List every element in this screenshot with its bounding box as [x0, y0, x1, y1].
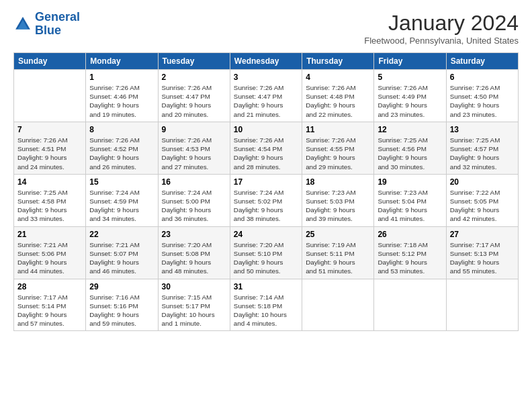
date-number: 14 [17, 177, 82, 187]
date-number: 11 [306, 125, 370, 134]
cell-info: Sunrise: 7:26 AM Sunset: 4:46 PM Dayligh… [89, 83, 154, 119]
cell-info: Sunrise: 7:26 AM Sunset: 4:47 PM Dayligh… [234, 83, 298, 119]
calendar-table: SundayMondayTuesdayWednesdayThursdayFrid… [13, 52, 519, 331]
cell-info: Sunrise: 7:18 AM Sunset: 5:12 PM Dayligh… [378, 240, 442, 276]
cell-info: Sunrise: 7:26 AM Sunset: 4:47 PM Dayligh… [162, 83, 226, 119]
cell-info: Sunrise: 7:26 AM Sunset: 4:51 PM Dayligh… [17, 136, 82, 171]
date-number: 30 [162, 282, 226, 291]
calendar-cell: 10Sunrise: 7:26 AM Sunset: 4:54 PM Dayli… [230, 122, 302, 174]
date-number: 5 [378, 73, 442, 82]
calendar-cell: 5Sunrise: 7:26 AM Sunset: 4:49 PM Daylig… [374, 70, 446, 122]
calendar-cell: 11Sunrise: 7:26 AM Sunset: 4:55 PM Dayli… [302, 122, 374, 174]
date-number: 31 [234, 282, 298, 291]
calendar-cell: 21Sunrise: 7:21 AM Sunset: 5:06 PM Dayli… [14, 226, 86, 279]
cell-info: Sunrise: 7:21 AM Sunset: 5:07 PM Dayligh… [89, 240, 154, 276]
cell-info: Sunrise: 7:14 AM Sunset: 5:18 PM Dayligh… [234, 293, 298, 328]
calendar-cell: 28Sunrise: 7:17 AM Sunset: 5:14 PM Dayli… [14, 279, 86, 331]
day-header-row: SundayMondayTuesdayWednesdayThursdayFrid… [14, 53, 519, 70]
date-number: 29 [89, 282, 154, 291]
date-number: 13 [450, 125, 515, 134]
calendar-cell: 18Sunrise: 7:23 AM Sunset: 5:03 PM Dayli… [302, 174, 374, 226]
calendar-cell: 25Sunrise: 7:19 AM Sunset: 5:11 PM Dayli… [302, 226, 374, 279]
cell-info: Sunrise: 7:23 AM Sunset: 5:03 PM Dayligh… [306, 188, 370, 224]
date-number: 20 [450, 177, 515, 187]
date-number: 18 [306, 177, 370, 187]
day-header-friday: Friday [374, 53, 446, 70]
date-number: 27 [450, 230, 515, 239]
week-row-2: 7Sunrise: 7:26 AM Sunset: 4:51 PM Daylig… [14, 122, 519, 174]
calendar-cell: 6Sunrise: 7:26 AM Sunset: 4:50 PM Daylig… [446, 70, 518, 122]
cell-info: Sunrise: 7:24 AM Sunset: 4:59 PM Dayligh… [89, 188, 154, 224]
logo: General Blue [13, 11, 80, 38]
date-number: 24 [234, 230, 298, 239]
date-number: 28 [17, 282, 82, 291]
header: General Blue January 2024 Fleetwood, Pen… [13, 11, 519, 46]
cell-info: Sunrise: 7:26 AM Sunset: 4:49 PM Dayligh… [378, 83, 442, 119]
day-header-saturday: Saturday [446, 53, 518, 70]
date-number: 2 [162, 73, 226, 82]
cell-info: Sunrise: 7:16 AM Sunset: 5:16 PM Dayligh… [89, 293, 154, 328]
cell-info: Sunrise: 7:25 AM Sunset: 4:57 PM Dayligh… [450, 136, 515, 171]
cell-info: Sunrise: 7:25 AM Sunset: 4:56 PM Dayligh… [378, 136, 442, 171]
calendar-cell: 1Sunrise: 7:26 AM Sunset: 4:46 PM Daylig… [86, 70, 158, 122]
calendar-cell: 16Sunrise: 7:24 AM Sunset: 5:00 PM Dayli… [158, 174, 230, 226]
calendar-cell [446, 279, 518, 331]
cell-info: Sunrise: 7:15 AM Sunset: 5:17 PM Dayligh… [162, 293, 226, 328]
calendar-subtitle: Fleetwood, Pennsylvania, United States [364, 36, 519, 46]
date-number: 8 [89, 125, 154, 134]
logo-icon [13, 15, 32, 34]
calendar-cell: 8Sunrise: 7:26 AM Sunset: 4:52 PM Daylig… [86, 122, 158, 174]
date-number: 7 [17, 125, 82, 134]
cell-info: Sunrise: 7:24 AM Sunset: 5:00 PM Dayligh… [162, 188, 226, 224]
calendar-cell: 20Sunrise: 7:22 AM Sunset: 5:05 PM Dayli… [446, 174, 518, 226]
cell-info: Sunrise: 7:26 AM Sunset: 4:54 PM Dayligh… [234, 136, 298, 171]
week-row-1: 1Sunrise: 7:26 AM Sunset: 4:46 PM Daylig… [14, 70, 519, 122]
calendar-page: General Blue January 2024 Fleetwood, Pen… [0, 0, 532, 411]
calendar-title: January 2024 [364, 11, 519, 36]
cell-info: Sunrise: 7:23 AM Sunset: 5:04 PM Dayligh… [378, 188, 442, 224]
cell-info: Sunrise: 7:22 AM Sunset: 5:05 PM Dayligh… [450, 188, 515, 224]
date-number: 12 [378, 125, 442, 134]
calendar-cell: 3Sunrise: 7:26 AM Sunset: 4:47 PM Daylig… [230, 70, 302, 122]
calendar-cell [14, 70, 86, 122]
calendar-cell: 13Sunrise: 7:25 AM Sunset: 4:57 PM Dayli… [446, 122, 518, 174]
calendar-cell: 24Sunrise: 7:20 AM Sunset: 5:10 PM Dayli… [230, 226, 302, 279]
cell-info: Sunrise: 7:26 AM Sunset: 4:55 PM Dayligh… [306, 136, 370, 171]
date-number: 21 [17, 230, 82, 239]
calendar-cell: 2Sunrise: 7:26 AM Sunset: 4:47 PM Daylig… [158, 70, 230, 122]
day-header-thursday: Thursday [302, 53, 374, 70]
cell-info: Sunrise: 7:20 AM Sunset: 5:08 PM Dayligh… [162, 240, 226, 276]
calendar-cell: 27Sunrise: 7:17 AM Sunset: 5:13 PM Dayli… [446, 226, 518, 279]
calendar-cell: 17Sunrise: 7:24 AM Sunset: 5:02 PM Dayli… [230, 174, 302, 226]
cell-info: Sunrise: 7:17 AM Sunset: 5:13 PM Dayligh… [450, 240, 515, 276]
cell-info: Sunrise: 7:25 AM Sunset: 4:58 PM Dayligh… [17, 188, 82, 224]
calendar-cell: 7Sunrise: 7:26 AM Sunset: 4:51 PM Daylig… [14, 122, 86, 174]
calendar-cell: 9Sunrise: 7:26 AM Sunset: 4:53 PM Daylig… [158, 122, 230, 174]
date-number: 3 [234, 73, 298, 82]
day-header-wednesday: Wednesday [230, 53, 302, 70]
date-number: 15 [89, 177, 154, 187]
logo-text: General Blue [35, 11, 80, 38]
calendar-cell: 31Sunrise: 7:14 AM Sunset: 5:18 PM Dayli… [230, 279, 302, 331]
date-number: 1 [89, 73, 154, 82]
cell-info: Sunrise: 7:21 AM Sunset: 5:06 PM Dayligh… [17, 240, 82, 276]
cell-info: Sunrise: 7:26 AM Sunset: 4:52 PM Dayligh… [89, 136, 154, 171]
week-row-4: 21Sunrise: 7:21 AM Sunset: 5:06 PM Dayli… [14, 226, 519, 279]
calendar-cell [302, 279, 374, 331]
title-block: January 2024 Fleetwood, Pennsylvania, Un… [364, 11, 519, 46]
cell-info: Sunrise: 7:19 AM Sunset: 5:11 PM Dayligh… [306, 240, 370, 276]
calendar-cell [374, 279, 446, 331]
day-header-sunday: Sunday [14, 53, 86, 70]
calendar-cell: 26Sunrise: 7:18 AM Sunset: 5:12 PM Dayli… [374, 226, 446, 279]
date-number: 22 [89, 230, 154, 239]
calendar-cell: 22Sunrise: 7:21 AM Sunset: 5:07 PM Dayli… [86, 226, 158, 279]
week-row-3: 14Sunrise: 7:25 AM Sunset: 4:58 PM Dayli… [14, 174, 519, 226]
date-number: 16 [162, 177, 226, 187]
calendar-cell: 29Sunrise: 7:16 AM Sunset: 5:16 PM Dayli… [86, 279, 158, 331]
calendar-cell: 12Sunrise: 7:25 AM Sunset: 4:56 PM Dayli… [374, 122, 446, 174]
cell-info: Sunrise: 7:24 AM Sunset: 5:02 PM Dayligh… [234, 188, 298, 224]
cell-info: Sunrise: 7:20 AM Sunset: 5:10 PM Dayligh… [234, 240, 298, 276]
date-number: 10 [234, 125, 298, 134]
date-number: 23 [162, 230, 226, 239]
date-number: 9 [162, 125, 226, 134]
